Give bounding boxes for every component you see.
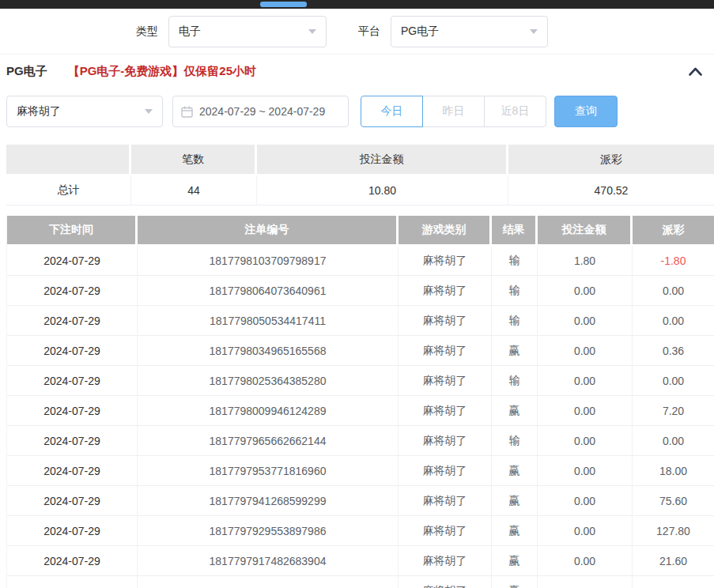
cell-result: 输 [492, 306, 538, 336]
summary-header-cell-1: 笔数 [131, 145, 257, 175]
bets-header-cell-0: 下注时间 [7, 216, 138, 246]
table-row: 2024-07-291817797917482683904麻将胡了赢0.0021… [7, 546, 714, 576]
caret-down-icon [145, 109, 153, 114]
type-select[interactable]: 电子 [168, 16, 327, 47]
cell-bet-id: 1817798064073640961 [138, 276, 399, 306]
summary-payout: 470.52 [508, 175, 714, 205]
cell-amount: 0.00 [538, 366, 633, 396]
cell-amount: 0.00 [538, 516, 633, 546]
platform-select-value: PG电子 [401, 24, 439, 39]
caret-down-icon [308, 29, 316, 34]
cell-result: 输 [492, 246, 538, 276]
table-row: 2024-07-291817797929553897986麻将胡了赢0.0012… [7, 516, 714, 546]
quick-button-today[interactable]: 今日 [361, 96, 423, 127]
cell-bet-id: 1817798103709798917 [138, 246, 399, 276]
cell-payout: -1.80 [633, 246, 714, 276]
collapse-button[interactable] [688, 66, 703, 77]
cell-amount: 0.00 [538, 306, 633, 336]
cell-game: 麻将胡了 [399, 426, 492, 456]
filter-bar: 类型 电子 平台 PG电子 [0, 9, 714, 55]
cell-date: 2024-07-29 [7, 246, 138, 276]
cell-amount: 0.00 [538, 336, 633, 366]
section-header: PG电子 【PG电子-免费游戏】仅保留25小时 [0, 55, 714, 88]
cell-payout: 0.00 [633, 426, 714, 456]
cell-game: 麻将胡了 [399, 516, 492, 546]
cell-date: 2024-07-29 [7, 426, 138, 456]
cell-date: 2024-07-29 [7, 336, 138, 366]
cell-result: 赢 [492, 516, 538, 546]
cell-game: 麻将胡了 [399, 306, 492, 336]
cell-bet-id: 1817798050534417411 [138, 306, 399, 336]
summary-header-row: 笔数投注金额派彩 [6, 145, 714, 175]
platform-select[interactable]: PG电子 [391, 16, 548, 47]
cell-date: 2024-07-29 [7, 396, 138, 426]
cell-result: 赢 [492, 396, 538, 426]
scrollbar-thumb[interactable] [260, 2, 307, 7]
cell-bet-id: 1817798034965165568 [138, 336, 399, 366]
cell-bet-id: 1817797965662662144 [138, 426, 399, 456]
bets-table-body: 2024-07-291817798103709798917麻将胡了输1.80-1… [7, 246, 714, 588]
cell-payout: 0.00 [633, 276, 714, 306]
cell-result: 赢 [492, 336, 538, 366]
cell-payout: 21.60 [633, 546, 714, 576]
bets-header-cell-1: 注单编号 [138, 216, 399, 246]
cell-result: 输 [492, 276, 538, 306]
cell-game: 麻将胡了 [399, 336, 492, 366]
chevron-up-icon [688, 66, 703, 77]
cell-date: 2024-07-29 [7, 516, 138, 546]
date-range-input[interactable]: 2024-07-29 ~ 2024-07-29 [172, 96, 349, 127]
cell-bet-id: 1817797929553897986 [138, 516, 399, 546]
cell-date: 2024-07-29 [7, 546, 138, 576]
cell-date: 2024-07-29 [7, 306, 138, 336]
summary-header-cell-3: 派彩 [508, 145, 714, 175]
cell-date [7, 576, 138, 588]
cell-amount: 0.00 [538, 546, 633, 576]
table-row: 麻将胡了赢 [7, 576, 714, 588]
table-row: 2024-07-291817798050534417411麻将胡了输0.000.… [7, 306, 714, 336]
type-select-value: 电子 [179, 24, 201, 39]
cell-date: 2024-07-29 [7, 366, 138, 396]
cell-payout: 0.36 [633, 336, 714, 366]
cell-payout: 7.20 [633, 396, 714, 426]
cell-payout: 0.00 [633, 306, 714, 336]
cell-payout: 127.80 [633, 516, 714, 546]
cell-amount [538, 576, 633, 588]
cell-amount: 0.00 [538, 276, 633, 306]
cell-result: 赢 [492, 546, 538, 576]
cell-result: 赢 [492, 486, 538, 516]
cell-bet-id: 1817797941268599299 [138, 486, 399, 516]
cell-result: 赢 [492, 456, 538, 486]
cell-amount: 1.80 [538, 246, 633, 276]
cell-game: 麻将胡了 [399, 276, 492, 306]
summary-total-row: 总计 44 10.80 470.52 [6, 175, 714, 205]
quick-button-recent8[interactable]: 近8日 [484, 96, 546, 127]
cell-amount: 0.00 [538, 396, 633, 426]
bets-table-header-row: 下注时间注单编号游戏类别结果投注金额派彩 [7, 216, 714, 246]
cell-result: 输 [492, 366, 538, 396]
quick-button-yesterday[interactable]: 昨日 [422, 96, 485, 127]
summary-total-label: 总计 [6, 175, 131, 205]
cell-result: 赢 [492, 576, 538, 588]
summary-bet-amount: 10.80 [257, 175, 508, 205]
table-row: 2024-07-291817797953771816960麻将胡了赢0.0018… [7, 456, 714, 486]
table-row: 2024-07-291817797941268599299麻将胡了赢0.0075… [7, 486, 714, 516]
search-button[interactable]: 查询 [554, 96, 618, 127]
cell-amount: 0.00 [538, 486, 633, 516]
top-scrollbar [0, 0, 714, 9]
cell-bet-id [138, 576, 399, 588]
game-select[interactable]: 麻将胡了 [6, 96, 163, 127]
bets-table: 下注时间注单编号游戏类别结果投注金额派彩 2024-07-29181779810… [6, 216, 714, 588]
bets-header-cell-4: 投注金额 [538, 216, 633, 246]
cell-result: 输 [492, 426, 538, 456]
cell-bet-id: 1817798009946124289 [138, 396, 399, 426]
date-range-value: 2024-07-29 ~ 2024-07-29 [199, 105, 325, 118]
cell-game: 麻将胡了 [399, 576, 492, 588]
table-row: 2024-07-291817797965662662144麻将胡了输0.000.… [7, 426, 714, 456]
query-toolbar: 麻将胡了 2024-07-29 ~ 2024-07-29 今日昨日近8日 查询 [6, 96, 714, 127]
cell-amount: 0.00 [538, 426, 633, 456]
platform-label: 平台 [358, 24, 380, 39]
cell-game: 麻将胡了 [399, 486, 492, 516]
summary-table: 笔数投注金额派彩 总计 44 10.80 470.52 [6, 145, 714, 205]
cell-payout: 18.00 [633, 456, 714, 486]
cell-payout [633, 576, 714, 588]
